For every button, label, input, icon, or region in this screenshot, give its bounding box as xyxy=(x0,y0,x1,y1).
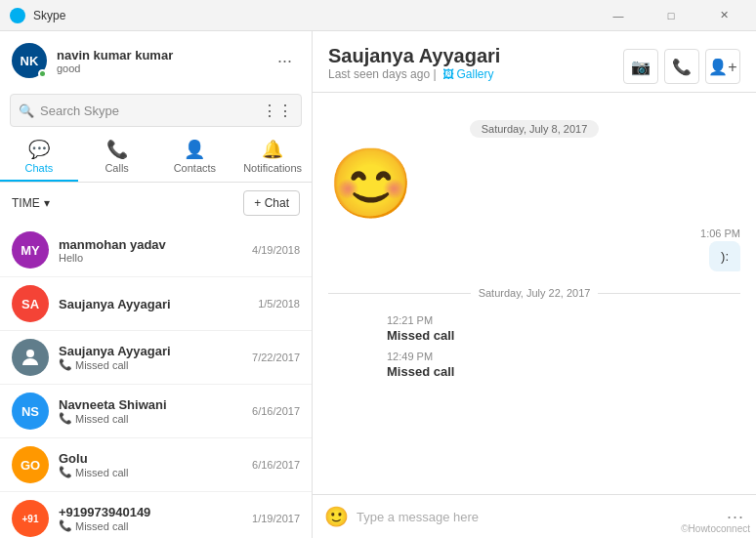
emoji-button[interactable]: 🙂 xyxy=(324,505,349,528)
video-call-button[interactable]: 📷 xyxy=(623,49,658,84)
chat-meta: 6/16/2017 xyxy=(252,459,300,471)
chat-date: 7/22/2017 xyxy=(252,352,300,363)
close-button[interactable]: ✕ xyxy=(701,0,746,31)
tab-chats-label: Chats xyxy=(25,162,54,174)
missed-call-1: 12:21 PM Missed call xyxy=(387,314,740,343)
list-item[interactable]: Saujanya Ayyagari 📞 Missed call 7/22/201… xyxy=(0,331,312,385)
profile-more-button[interactable]: ··· xyxy=(270,47,300,75)
missed-call-icon: 📞 xyxy=(59,412,72,425)
phone-icon: 📞 xyxy=(672,58,692,76)
avatar: MY xyxy=(12,231,49,269)
list-item[interactable]: +91 +919973940149 📞 Missed call 1/19/201… xyxy=(0,492,312,538)
missed-call-icon: 📞 xyxy=(59,466,72,478)
svg-point-0 xyxy=(26,350,34,357)
contact-name: Saujanya Ayyagari xyxy=(328,45,500,67)
missed-call-2: 12:49 PM Missed call xyxy=(387,351,740,379)
add-person-icon: 👤+ xyxy=(708,58,736,76)
audio-call-button[interactable]: 📞 xyxy=(664,49,699,84)
profile-info: navin kumar kumar good xyxy=(57,48,270,74)
chat-meta: 4/19/2018 xyxy=(252,244,300,256)
missed-call-icon: 📞 xyxy=(59,358,72,371)
chat-preview: Hello xyxy=(59,252,244,264)
chat-info: Saujanya Ayyagari 📞 Missed call xyxy=(59,344,244,371)
notifications-icon: 🔔 xyxy=(262,139,283,160)
profile-name: navin kumar kumar xyxy=(57,48,270,62)
maximize-button[interactable]: □ xyxy=(649,0,693,31)
last-seen-text: Last seen days ago | xyxy=(328,67,437,81)
chat-name: manmohan yadav xyxy=(59,237,244,252)
avatar: GO xyxy=(12,446,49,483)
contact-info: Saujanya Ayyagari Last seen days ago | 🖼… xyxy=(328,45,500,81)
chat-info: +919973940149 📞 Missed call xyxy=(59,505,244,532)
chat-info: Golu 📞 Missed call xyxy=(59,451,244,478)
avatar-initials: NK xyxy=(21,54,39,68)
chat-list: MY manmohan yadav Hello 4/19/2018 SA Sau… xyxy=(0,224,312,538)
message-bubble: ): xyxy=(709,241,740,271)
chat-date: 4/19/2018 xyxy=(252,244,300,256)
avatar: NS xyxy=(12,393,49,430)
tab-contacts-label: Contacts xyxy=(174,162,216,174)
missed-call-time-2: 12:49 PM xyxy=(387,351,433,362)
messages-area: Saturday, July 8, 2017 😊 1:06 PM ): Satu… xyxy=(313,93,756,494)
avatar: NK xyxy=(12,43,47,78)
chat-header-row: Saujanya Ayyagari Last seen days ago | 🖼… xyxy=(328,45,740,84)
avatar xyxy=(12,339,49,376)
gallery-link[interactable]: 🖼 Gallery xyxy=(442,67,494,81)
chat-preview: 📞 Missed call xyxy=(59,412,244,425)
list-item[interactable]: GO Golu 📞 Missed call 6/16/2017 xyxy=(0,438,312,492)
list-item[interactable]: NS Navneeta Shiwani 📞 Missed call 6/16/2… xyxy=(0,385,312,438)
app-title: Skype xyxy=(33,9,596,22)
new-chat-button[interactable]: + Chat xyxy=(243,190,300,216)
search-box: 🔍 ⋮⋮ xyxy=(10,94,302,127)
chat-date: 1/19/2017 xyxy=(252,513,300,524)
tab-chats[interactable]: 💬 Chats xyxy=(0,131,78,182)
chat-preview: 📞 Missed call xyxy=(59,466,244,478)
message-time: 1:06 PM xyxy=(700,228,740,239)
divider-line-hr xyxy=(328,293,471,294)
missed-call-icon: 📞 xyxy=(59,519,72,532)
time-filter-chevron: ▾ xyxy=(44,196,50,210)
window-controls: — □ ✕ xyxy=(596,0,746,31)
list-item[interactable]: SA Saujanya Ayyagari 1/5/2018 xyxy=(0,277,312,331)
chat-info: manmohan yadav Hello xyxy=(59,237,244,264)
chat-preview: 📞 Missed call xyxy=(59,358,244,371)
minimize-button[interactable]: — xyxy=(596,0,641,31)
tab-calls[interactable]: 📞 Calls xyxy=(78,131,156,182)
gallery-label: Gallery xyxy=(457,67,494,81)
contact-status: Last seen days ago | 🖼 Gallery xyxy=(328,67,500,81)
chat-date: 6/16/2017 xyxy=(252,405,300,417)
date-separator: Saturday, July 8, 2017 xyxy=(328,120,740,138)
add-contact-button[interactable]: 👤+ xyxy=(705,49,740,84)
status-dot xyxy=(38,69,47,78)
message-input[interactable] xyxy=(357,510,719,524)
chat-header: Saujanya Ayyagari Last seen days ago | 🖼… xyxy=(313,31,756,93)
time-filter-label: TIME xyxy=(12,196,40,210)
list-item[interactable]: MY manmohan yadav Hello 4/19/2018 xyxy=(0,224,312,277)
search-input[interactable] xyxy=(40,103,256,118)
calls-icon: 📞 xyxy=(106,139,128,160)
search-area: 🔍 ⋮⋮ xyxy=(0,90,312,131)
date-label: Saturday, July 8, 2017 xyxy=(470,120,600,138)
chats-icon: 💬 xyxy=(28,139,50,160)
chat-list-header: TIME ▾ + Chat xyxy=(0,183,312,224)
chat-name: Saujanya Ayyagari xyxy=(59,344,244,358)
tab-contacts[interactable]: 👤 Contacts xyxy=(156,131,234,182)
tab-calls-label: Calls xyxy=(105,162,128,174)
chat-name: +919973940149 xyxy=(59,505,244,519)
divider-date-label: Saturday, July 22, 2017 xyxy=(479,287,591,299)
main-container: NK navin kumar kumar good ··· 🔍 ⋮⋮ 💬 Cha… xyxy=(0,31,756,538)
chat-meta: 7/22/2017 xyxy=(252,352,300,363)
profile-area: NK navin kumar kumar good ··· xyxy=(0,31,312,90)
time-filter[interactable]: TIME ▾ xyxy=(12,196,50,210)
emoji-message: 😊 xyxy=(328,149,413,218)
chat-preview: 📞 Missed call xyxy=(59,519,244,532)
tab-notifications[interactable]: 🔔 Notifications xyxy=(233,131,312,182)
header-actions: 📷 📞 👤+ xyxy=(623,49,740,84)
nav-tabs: 💬 Chats 📞 Calls 👤 Contacts 🔔 Notificatio… xyxy=(0,131,312,183)
sidebar: NK navin kumar kumar good ··· 🔍 ⋮⋮ 💬 Cha… xyxy=(0,31,313,538)
chat-panel: Saujanya Ayyagari Last seen days ago | 🖼… xyxy=(313,31,756,538)
chat-date: 6/16/2017 xyxy=(252,459,300,471)
contacts-grid-icon[interactable]: ⋮⋮ xyxy=(262,102,293,120)
chat-meta: 1/5/2018 xyxy=(258,298,300,310)
tab-notifications-label: Notifications xyxy=(243,162,302,174)
